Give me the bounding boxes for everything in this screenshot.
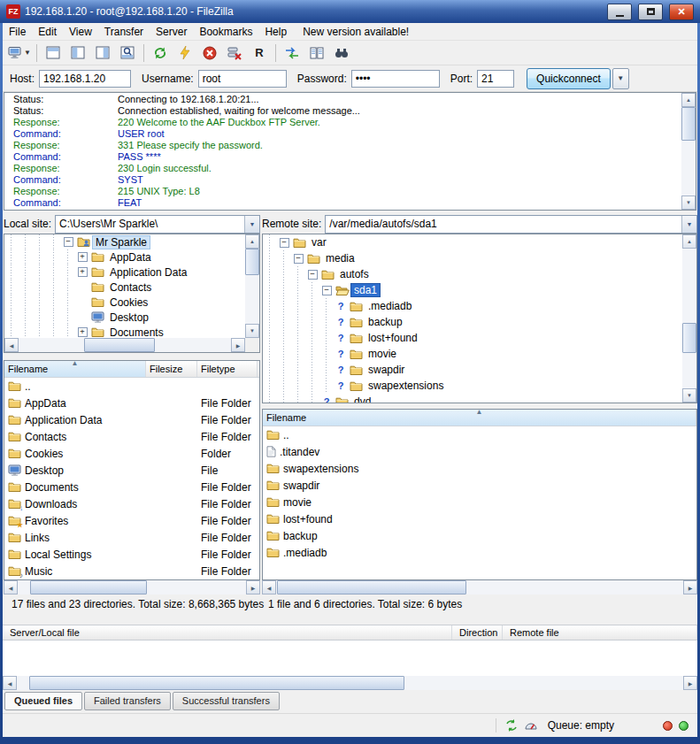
tree-item-lost-found[interactable]: ?lost+found [263, 330, 682, 346]
scroll-right-icon[interactable]: ▶ [246, 580, 260, 594]
tree-item-swapextensions[interactable]: ?swapextensions [263, 378, 682, 394]
file-row-mediadb[interactable]: .mediadb [263, 544, 696, 561]
chevron-down-icon[interactable]: ▼ [244, 216, 259, 233]
close-button[interactable]: ✕ [669, 4, 694, 20]
tree-item-application-data[interactable]: +Application Data [4, 265, 245, 280]
scroll-left-icon[interactable]: ◀ [3, 676, 17, 690]
file-row-application-data[interactable]: Application DataFile Folder [4, 411, 259, 428]
scrollbar-thumb[interactable] [245, 249, 259, 275]
expand-icon[interactable]: + [75, 252, 89, 262]
remote-site-combobox[interactable]: /var/media/autofs/sda1 ▼ [325, 215, 697, 234]
tree-item-mr-sparkle[interactable]: −Mr Sparkle [4, 234, 245, 249]
quickconnect-button[interactable]: Quickconnect [527, 68, 611, 89]
tree-item-autofs[interactable]: −autofs [263, 266, 682, 282]
column-header-filename[interactable]: Filename▲ [263, 410, 696, 426]
file-row-local-settings[interactable]: Local SettingsFile Folder [4, 546, 259, 563]
file-row-music[interactable]: ♪MusicFile Folder [4, 563, 259, 579]
find-files-button[interactable] [329, 42, 354, 64]
scroll-up-icon[interactable]: ▲ [682, 234, 696, 249]
reconnect-button[interactable]: R [247, 42, 272, 64]
toggle-message-log-button[interactable] [41, 42, 65, 64]
file-row-lost-found[interactable]: lost+found [263, 510, 696, 527]
tree-item-contacts[interactable]: Contacts [4, 280, 245, 295]
local-site-combobox[interactable]: C:\Users\Mr Sparkle\ ▼ [55, 215, 260, 234]
scroll-up-icon[interactable]: ▲ [245, 234, 259, 249]
column-header-filesize[interactable]: Filesize [146, 361, 197, 377]
queue-column-remote-file[interactable]: Remote file [503, 625, 697, 640]
tab-queued-files[interactable]: Queued files [4, 692, 82, 710]
toggle-local-tree-button[interactable] [65, 42, 90, 64]
site-manager-button[interactable]: ▼ [6, 42, 33, 64]
tree-item-mediadb[interactable]: ?.mediadb [263, 298, 682, 314]
scroll-right-icon[interactable]: ▶ [683, 676, 697, 690]
file-row-titandev[interactable]: .titandev [263, 443, 696, 460]
minimize-button[interactable] [607, 4, 632, 20]
disconnect-button[interactable] [222, 42, 247, 64]
tree-item-documents[interactable]: +Documents [4, 325, 245, 338]
column-header-filename[interactable]: Filename▲ [4, 361, 146, 377]
port-input[interactable] [477, 70, 514, 88]
local-file-list-hscrollbar[interactable]: ◀ ▶ [4, 580, 260, 594]
local-tree-hscrollbar[interactable]: ◀ ▶ [4, 338, 245, 352]
tree-item-cookies[interactable]: Cookies [4, 295, 245, 310]
file-row-appdata[interactable]: AppDataFile Folder [4, 395, 259, 411]
maximize-button[interactable] [638, 4, 663, 20]
collapse-icon[interactable]: − [61, 237, 75, 247]
chevron-down-icon[interactable]: ▼ [681, 216, 696, 233]
toggle-remote-tree-button[interactable] [90, 42, 115, 64]
file-row-downloads[interactable]: ↓DownloadsFile Folder [4, 495, 259, 512]
tree-item-backup[interactable]: ?backup [263, 314, 682, 330]
remote-tree-vscrollbar[interactable]: ▲ ▼ [682, 234, 696, 403]
scroll-left-icon[interactable]: ◀ [262, 580, 276, 594]
refresh-button[interactable] [148, 42, 173, 64]
tree-item-dvd[interactable]: ?dvd [263, 394, 682, 403]
synchronized-browsing-button[interactable] [280, 42, 304, 64]
host-input[interactable] [39, 70, 131, 88]
cancel-button[interactable] [197, 42, 222, 64]
message-log-scrollbar[interactable]: ▲ ▼ [681, 93, 696, 210]
tab-failed-transfers[interactable]: Failed transfers [84, 692, 171, 710]
expand-icon[interactable]: + [75, 327, 89, 337]
scroll-down-icon[interactable]: ▼ [682, 388, 696, 403]
queue-column-direction[interactable]: Direction [452, 625, 503, 640]
remote-file-list-hscrollbar[interactable]: ◀ ▶ [262, 580, 697, 594]
file-row-swapdir[interactable]: swapdir [263, 477, 696, 494]
process-queue-button[interactable] [173, 42, 197, 64]
tab-successful-transfers[interactable]: Successful transfers [173, 692, 280, 710]
quickconnect-dropdown-button[interactable]: ▼ [612, 68, 629, 89]
menu-view[interactable]: View [63, 24, 98, 40]
update-notice-menu-item[interactable]: New version available! [296, 24, 415, 40]
local-tree-vscrollbar[interactable]: ▲ ▼ [245, 234, 259, 338]
queue-hscrollbar[interactable]: ◀ ▶ [3, 676, 697, 690]
file-row-links[interactable]: LinksFile Folder [4, 529, 259, 546]
file-row-up[interactable]: .. [4, 378, 259, 395]
menu-file[interactable]: File [3, 24, 32, 40]
tree-item-var[interactable]: −var [263, 234, 682, 250]
directory-comparison-button[interactable] [304, 42, 329, 64]
collapse-icon[interactable]: − [291, 254, 305, 264]
tree-item-movie[interactable]: ?movie [263, 346, 682, 362]
file-row-swapextensions[interactable]: swapextensions [263, 460, 696, 477]
toggle-transfer-queue-button[interactable] [115, 42, 140, 64]
collapse-icon[interactable]: − [277, 238, 291, 248]
file-row-cookies[interactable]: CookiesFolder [4, 445, 259, 462]
column-header-filetype[interactable]: Filetype [197, 361, 258, 377]
tree-item-appdata[interactable]: +AppData [4, 249, 245, 265]
scrollbar-thumb[interactable] [30, 580, 147, 594]
tree-item-swapdir[interactable]: ?swapdir [263, 362, 682, 378]
file-row-documents[interactable]: DocumentsFile Folder [4, 479, 259, 495]
scroll-left-icon[interactable]: ◀ [4, 338, 19, 352]
file-row-desktop[interactable]: DesktopFile [4, 462, 259, 479]
scrollbar-thumb[interactable] [277, 580, 466, 594]
queue-column-server-local-file[interactable]: Server/Local file [3, 625, 452, 640]
menu-edit[interactable]: Edit [32, 24, 63, 40]
scroll-up-icon[interactable]: ▲ [681, 93, 696, 107]
scroll-right-icon[interactable]: ▶ [231, 338, 245, 352]
tree-item-sda1[interactable]: −sda1 [263, 282, 682, 298]
scroll-left-icon[interactable]: ◀ [4, 580, 18, 594]
scrollbar-thumb[interactable] [84, 338, 155, 352]
menu-server[interactable]: Server [150, 24, 193, 40]
menu-help[interactable]: Help [258, 24, 293, 40]
menu-transfer[interactable]: Transfer [98, 24, 150, 40]
menu-bookmarks[interactable]: Bookmarks [193, 24, 258, 40]
